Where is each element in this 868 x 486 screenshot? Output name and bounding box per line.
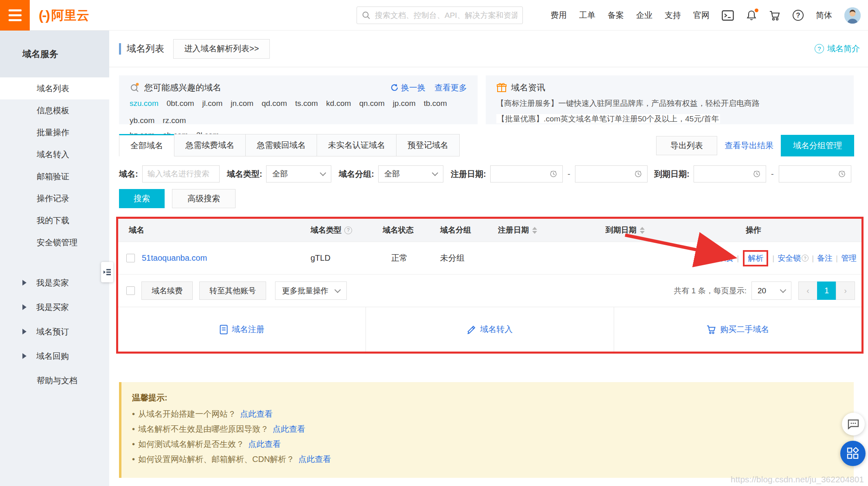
suggested-domain[interactable]: jp.com [393, 99, 416, 108]
renew-link[interactable]: 续费 [718, 253, 734, 264]
type-filter-label: 域名类型: [227, 169, 262, 180]
sidebar-item-op-records[interactable]: 操作记录 [0, 187, 109, 209]
sidebar-group-prebook[interactable]: 域名预订 [0, 319, 109, 344]
global-search-input[interactable] [375, 11, 518, 20]
tip-link[interactable]: 点此查看 [240, 409, 273, 418]
remark-link[interactable]: 备注 [817, 253, 833, 264]
sort-icon[interactable] [532, 227, 537, 234]
suggested-domain[interactable]: qd.com [262, 99, 287, 108]
tab-actions: 导出列表 查看导出结果 域名分组管理 [656, 135, 854, 156]
current-page-button[interactable]: 1 [817, 281, 836, 300]
sidebar-group-seller[interactable]: 我是卖家 [0, 270, 109, 295]
search-button[interactable]: 搜索 [119, 189, 165, 208]
notification-bell-icon[interactable] [746, 10, 757, 21]
suggested-domain[interactable]: qn.com [359, 99, 384, 108]
help-circle-icon[interactable]: ? [344, 227, 352, 234]
news-line-2[interactable]: 【批量优惠】.com英文域名单笔订单注册50个及以上，45元/首年 [496, 114, 720, 123]
aliyun-logo[interactable]: (-) 阿里云 [39, 0, 89, 31]
suggested-domain[interactable]: jl.com [202, 99, 223, 108]
sidebar-item-info-template[interactable]: 信息模板 [0, 99, 109, 121]
exp-date-to-input[interactable] [779, 165, 851, 183]
view-export-result-link[interactable]: 查看导出结果 [725, 140, 773, 151]
quick-link-buy-secondhand[interactable]: 购买二手域名 [614, 307, 861, 352]
reg-date-from-input[interactable] [490, 165, 563, 183]
tip-link[interactable]: 点此查看 [248, 440, 281, 449]
apps-launcher-button[interactable] [840, 441, 866, 466]
tip-link[interactable]: 点此查看 [273, 424, 305, 433]
user-avatar[interactable] [844, 7, 861, 24]
console-terminal-icon[interactable] [722, 10, 734, 21]
next-page-button[interactable]: › [836, 281, 855, 300]
domain-group-manage-button[interactable]: 域名分组管理 [781, 135, 854, 156]
sidebar-item-domain-list[interactable]: 域名列表 [0, 77, 109, 99]
tab-not-verified[interactable]: 未实名认证域名 [317, 134, 397, 156]
export-list-button[interactable]: 导出列表 [656, 136, 717, 155]
see-more-link[interactable]: 查看更多 [434, 82, 467, 93]
language-switch[interactable]: 简体 [816, 10, 832, 21]
sidebar-group-buyback[interactable]: 域名回购 [0, 344, 109, 368]
sort-icon[interactable] [640, 227, 645, 234]
tab-need-redeem[interactable]: 急需赎回域名 [245, 134, 317, 156]
info-panels: 您可能感兴趣的域名 换一换 查看更多 szu.com 0bt.com jl.co… [119, 75, 854, 124]
resolve-dns-link[interactable]: 解析 [748, 254, 763, 262]
sidebar-item-transfer-in[interactable]: 域名转入 [0, 143, 109, 165]
sidebar-group-buyer[interactable]: 我是买家 [0, 295, 109, 319]
page-size-value: 20 [758, 286, 766, 295]
batch-transfer-button[interactable]: 转至其他账号 [199, 281, 266, 300]
group-select[interactable]: 全部 [378, 165, 443, 183]
news-line-1[interactable]: 【商标注册服务】一键快速入驻阿里品牌库，产品独有权益，轻松开启电商路 [496, 98, 843, 109]
sidebar-collapse-handle[interactable] [101, 262, 113, 282]
suggested-domain[interactable]: tb.com [424, 99, 447, 108]
domain-name-link[interactable]: 51taoquanba.com [142, 253, 207, 263]
tab-all-domains[interactable]: 全部域名 [119, 134, 174, 156]
top-nav-tickets[interactable]: 工单 [579, 10, 595, 21]
top-nav-enterprise[interactable]: 企业 [636, 10, 652, 21]
domain-search-input[interactable] [142, 165, 220, 183]
type-select[interactable]: 全部 [266, 165, 331, 183]
page-size-select[interactable]: 20 [751, 281, 791, 300]
top-nav-website[interactable]: 官网 [693, 10, 709, 21]
suggested-domain[interactable]: ts.com [295, 99, 318, 108]
hamburger-menu-button[interactable] [0, 0, 30, 31]
top-nav-icp[interactable]: 备案 [608, 10, 624, 21]
exp-date-from-input[interactable] [694, 165, 766, 183]
prev-page-button[interactable]: ‹ [798, 281, 817, 300]
tab-need-renew[interactable]: 急需续费域名 [174, 134, 246, 156]
cart-icon[interactable] [769, 10, 780, 21]
goto-dns-list-button[interactable]: 进入域名解析列表>> [173, 39, 270, 59]
top-nav-support[interactable]: 支持 [665, 10, 681, 21]
global-search-box[interactable] [357, 7, 523, 24]
refresh-domains-link[interactable]: 换一换 [390, 82, 425, 93]
reg-date-to-input[interactable] [575, 165, 648, 183]
suggested-domain[interactable]: jn.com [231, 99, 253, 108]
help-circle-icon[interactable]: ? [802, 255, 809, 262]
search-buttons-row: 搜索 高级搜索 [119, 189, 868, 208]
security-lock-link[interactable]: 安全锁 [778, 253, 801, 264]
suggested-domain[interactable]: szu.com [130, 99, 159, 108]
quick-link-register[interactable]: 域名注册 [118, 307, 366, 352]
tip-text: 从域名开始搭建一个网站？ [138, 409, 236, 418]
quick-link-transfer-in[interactable]: 域名转入 [366, 307, 613, 352]
top-nav-billing[interactable]: 费用 [551, 10, 567, 21]
advanced-search-button[interactable]: 高级搜索 [172, 189, 236, 208]
batch-renew-button[interactable]: 域名续费 [141, 281, 193, 300]
sidebar-item-security-lock[interactable]: 安全锁管理 [0, 231, 109, 253]
help-icon[interactable]: ? [793, 10, 804, 21]
select-all-checkbox[interactable] [126, 286, 135, 295]
suggested-domain[interactable]: yb.com [130, 116, 154, 125]
row-checkbox[interactable] [126, 254, 135, 262]
more-batch-ops-select[interactable]: 更多批量操作 [275, 281, 347, 300]
sidebar-item-my-downloads[interactable]: 我的下载 [0, 209, 109, 231]
manage-link[interactable]: 管理 [841, 253, 857, 264]
suggested-domain[interactable]: 0bt.com [167, 99, 194, 108]
table-row: 51taoquanba.com gTLD 正常 未分组 续费 | 解析 | 安全… [118, 242, 861, 274]
suggested-domain[interactable]: rz.com [163, 116, 186, 125]
sidebar-item-help-docs[interactable]: 帮助与文档 [0, 368, 109, 393]
tab-preregister[interactable]: 预登记域名 [396, 134, 460, 156]
sidebar-item-batch-ops[interactable]: 批量操作 [0, 121, 109, 143]
suggested-domain[interactable]: kd.com [326, 99, 351, 108]
sidebar-item-email-verify[interactable]: 邮箱验证 [0, 165, 109, 187]
tip-link[interactable]: 点此查看 [298, 455, 331, 464]
feedback-chat-button[interactable] [842, 413, 865, 435]
domain-intro-link[interactable]: ? 域名简介 [815, 43, 860, 54]
